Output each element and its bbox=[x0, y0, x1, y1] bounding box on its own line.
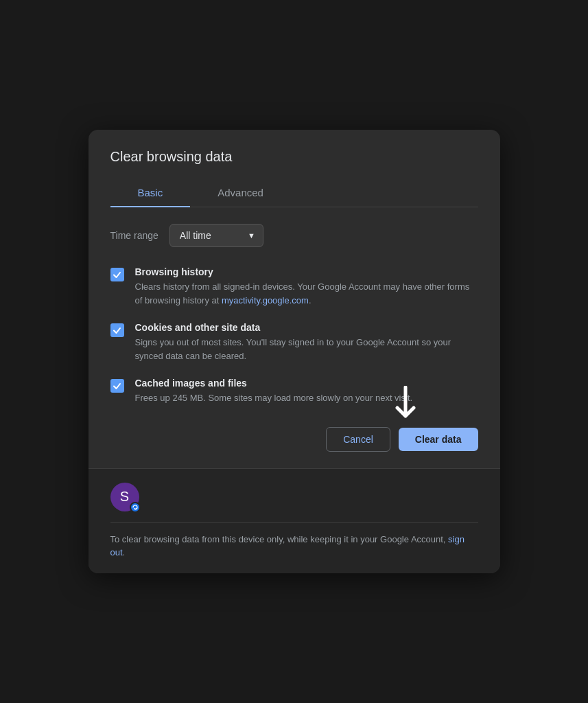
footer-divider bbox=[110, 522, 478, 523]
dialog-title: Clear browsing data bbox=[110, 149, 478, 165]
browsing-history-content: Browsing history Clears history from all… bbox=[135, 266, 478, 307]
time-range-select[interactable]: Last hour Last 24 hours Last 7 days Last… bbox=[169, 224, 263, 247]
cookies-checkbox[interactable] bbox=[110, 323, 124, 337]
time-range-label: Time range bbox=[110, 230, 158, 241]
tab-bar: Basic Advanced bbox=[110, 178, 478, 207]
myactivity-link[interactable]: myactivity.google.com bbox=[222, 295, 309, 306]
tab-basic[interactable]: Basic bbox=[110, 178, 191, 207]
avatar: S bbox=[110, 483, 139, 511]
browsing-history-item: Browsing history Clears history from all… bbox=[110, 266, 478, 307]
cached-content: Cached images and files Frees up 245 MB.… bbox=[135, 378, 478, 405]
cookies-item: Cookies and other site data Signs you ou… bbox=[110, 322, 478, 362]
cached-item: Cached images and files Frees up 245 MB.… bbox=[110, 378, 478, 405]
cookies-title: Cookies and other site data bbox=[135, 322, 478, 333]
cookies-desc: Signs you out of most sites. You'll stay… bbox=[135, 336, 478, 362]
browsing-history-checkbox[interactable] bbox=[110, 268, 124, 281]
tab-advanced[interactable]: Advanced bbox=[190, 178, 291, 207]
button-row: Cancel Clear data bbox=[110, 427, 478, 452]
cancel-button[interactable]: Cancel bbox=[326, 427, 390, 452]
time-range-select-wrapper[interactable]: Last hour Last 24 hours Last 7 days Last… bbox=[169, 224, 263, 247]
dialog-main-content: Clear browsing data Basic Advanced Time … bbox=[89, 130, 500, 468]
dialog-footer: S To clear browsing data from this devic… bbox=[89, 468, 500, 573]
cached-desc: Frees up 245 MB. Some sites may load mor… bbox=[135, 391, 478, 405]
checkboxes-section: Browsing history Clears history from all… bbox=[110, 266, 478, 405]
cookies-content: Cookies and other site data Signs you ou… bbox=[135, 322, 478, 362]
footer-text: To clear browsing data from this device … bbox=[110, 533, 478, 560]
time-range-row: Time range Last hour Last 24 hours Last … bbox=[110, 224, 478, 247]
cached-title: Cached images and files bbox=[135, 378, 478, 389]
avatar-sync-badge bbox=[130, 502, 141, 513]
page-background: Clear browsing data Basic Advanced Time … bbox=[0, 0, 588, 703]
cached-checkbox[interactable] bbox=[110, 379, 124, 393]
arrow-indicator bbox=[393, 386, 418, 424]
footer-account: S bbox=[110, 483, 478, 511]
clear-data-button[interactable]: Clear data bbox=[399, 428, 478, 451]
browsing-history-title: Browsing history bbox=[135, 266, 478, 277]
browsing-history-desc: Clears history from all signed-in device… bbox=[135, 280, 478, 307]
clear-browsing-data-dialog: Clear browsing data Basic Advanced Time … bbox=[89, 130, 500, 573]
